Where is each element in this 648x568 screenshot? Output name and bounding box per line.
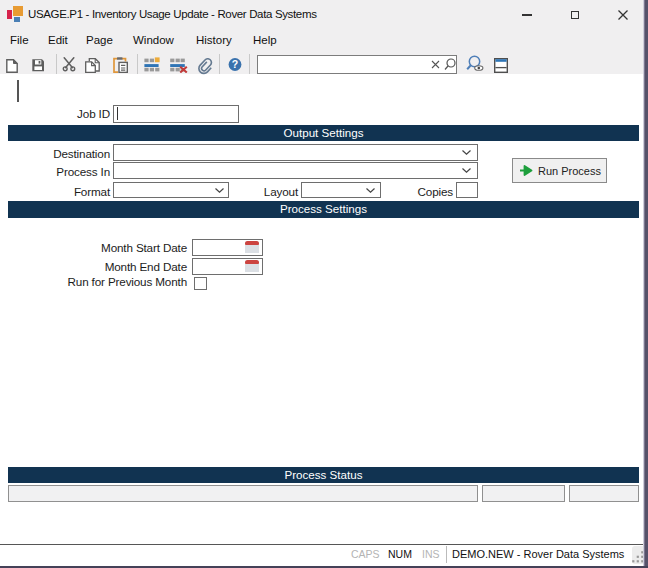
svg-text:?: ? [232, 58, 238, 70]
